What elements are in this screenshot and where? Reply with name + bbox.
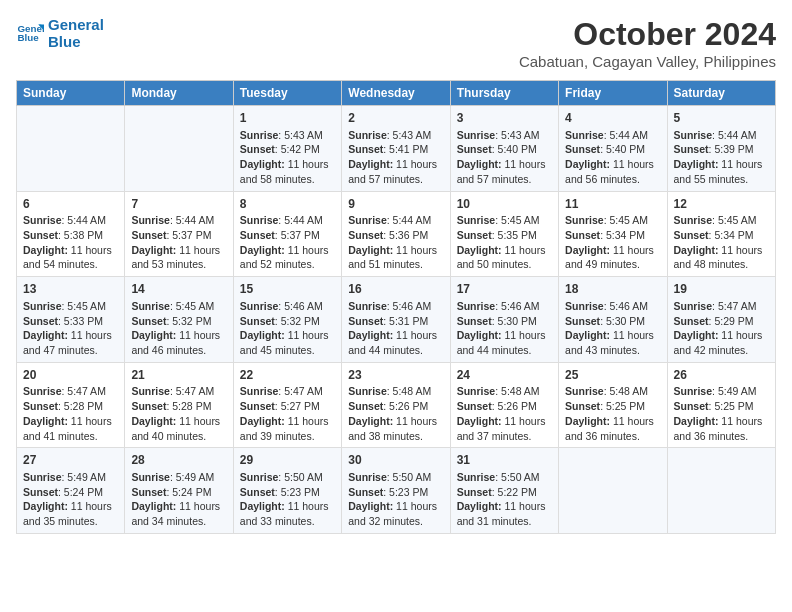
cell-daylight: Daylight: 11 hours and 57 minutes. [457, 158, 546, 185]
logo: General Blue General Blue [16, 16, 104, 51]
cell-daylight: Daylight: 11 hours and 46 minutes. [131, 329, 220, 356]
cell-info: Sunset: 5:30 PM [565, 315, 645, 327]
cell-daylight: Daylight: 11 hours and 33 minutes. [240, 500, 329, 527]
calendar-cell: 30Sunrise: 5:50 AMSunset: 5:23 PMDayligh… [342, 448, 450, 534]
cell-daylight: Daylight: 11 hours and 31 minutes. [457, 500, 546, 527]
cell-info: Sunrise: 5:44 AM [240, 214, 323, 226]
calendar-week-row: 27Sunrise: 5:49 AMSunset: 5:24 PMDayligh… [17, 448, 776, 534]
cell-info: Sunrise: 5:43 AM [348, 129, 431, 141]
day-number: 31 [457, 452, 552, 469]
cell-info: Sunrise: 5:43 AM [457, 129, 540, 141]
cell-daylight: Daylight: 11 hours and 43 minutes. [565, 329, 654, 356]
cell-info: Sunrise: 5:44 AM [23, 214, 106, 226]
cell-info: Sunrise: 5:47 AM [23, 385, 106, 397]
cell-info: Sunrise: 5:46 AM [348, 300, 431, 312]
cell-daylight: Daylight: 11 hours and 40 minutes. [131, 415, 220, 442]
calendar-cell [125, 106, 233, 192]
cell-info: Sunset: 5:35 PM [457, 229, 537, 241]
calendar-cell: 15Sunrise: 5:46 AMSunset: 5:32 PMDayligh… [233, 277, 341, 363]
cell-info: Sunset: 5:32 PM [131, 315, 211, 327]
cell-info: Sunset: 5:25 PM [674, 400, 754, 412]
cell-info: Sunrise: 5:48 AM [348, 385, 431, 397]
cell-info: Sunrise: 5:49 AM [674, 385, 757, 397]
cell-info: Sunset: 5:41 PM [348, 143, 428, 155]
cell-info: Sunset: 5:40 PM [565, 143, 645, 155]
day-number: 30 [348, 452, 443, 469]
calendar-week-row: 1Sunrise: 5:43 AMSunset: 5:42 PMDaylight… [17, 106, 776, 192]
day-number: 25 [565, 367, 660, 384]
day-number: 12 [674, 196, 769, 213]
cell-info: Sunset: 5:28 PM [131, 400, 211, 412]
calendar-cell: 1Sunrise: 5:43 AMSunset: 5:42 PMDaylight… [233, 106, 341, 192]
cell-info: Sunset: 5:37 PM [131, 229, 211, 241]
weekday-header-tuesday: Tuesday [233, 81, 341, 106]
cell-info: Sunset: 5:34 PM [565, 229, 645, 241]
cell-info: Sunrise: 5:46 AM [240, 300, 323, 312]
calendar-cell: 11Sunrise: 5:45 AMSunset: 5:34 PMDayligh… [559, 191, 667, 277]
calendar-cell: 3Sunrise: 5:43 AMSunset: 5:40 PMDaylight… [450, 106, 558, 192]
cell-daylight: Daylight: 11 hours and 39 minutes. [240, 415, 329, 442]
calendar-cell: 29Sunrise: 5:50 AMSunset: 5:23 PMDayligh… [233, 448, 341, 534]
cell-info: Sunrise: 5:46 AM [457, 300, 540, 312]
cell-daylight: Daylight: 11 hours and 56 minutes. [565, 158, 654, 185]
cell-info: Sunrise: 5:44 AM [131, 214, 214, 226]
cell-daylight: Daylight: 11 hours and 57 minutes. [348, 158, 437, 185]
cell-daylight: Daylight: 11 hours and 42 minutes. [674, 329, 763, 356]
day-number: 2 [348, 110, 443, 127]
cell-info: Sunrise: 5:44 AM [348, 214, 431, 226]
cell-daylight: Daylight: 11 hours and 49 minutes. [565, 244, 654, 271]
calendar-cell: 26Sunrise: 5:49 AMSunset: 5:25 PMDayligh… [667, 362, 775, 448]
cell-info: Sunrise: 5:45 AM [23, 300, 106, 312]
calendar-cell: 31Sunrise: 5:50 AMSunset: 5:22 PMDayligh… [450, 448, 558, 534]
calendar-cell: 17Sunrise: 5:46 AMSunset: 5:30 PMDayligh… [450, 277, 558, 363]
calendar-cell: 27Sunrise: 5:49 AMSunset: 5:24 PMDayligh… [17, 448, 125, 534]
cell-info: Sunrise: 5:46 AM [565, 300, 648, 312]
weekday-header-row: SundayMondayTuesdayWednesdayThursdayFrid… [17, 81, 776, 106]
day-number: 8 [240, 196, 335, 213]
logo-line1: General [48, 16, 104, 33]
cell-info: Sunset: 5:32 PM [240, 315, 320, 327]
calendar-cell [559, 448, 667, 534]
cell-info: Sunrise: 5:45 AM [674, 214, 757, 226]
calendar-cell: 10Sunrise: 5:45 AMSunset: 5:35 PMDayligh… [450, 191, 558, 277]
calendar-cell: 24Sunrise: 5:48 AMSunset: 5:26 PMDayligh… [450, 362, 558, 448]
day-number: 5 [674, 110, 769, 127]
cell-daylight: Daylight: 11 hours and 54 minutes. [23, 244, 112, 271]
calendar-cell: 7Sunrise: 5:44 AMSunset: 5:37 PMDaylight… [125, 191, 233, 277]
cell-info: Sunset: 5:27 PM [240, 400, 320, 412]
cell-info: Sunrise: 5:45 AM [457, 214, 540, 226]
cell-daylight: Daylight: 11 hours and 47 minutes. [23, 329, 112, 356]
cell-daylight: Daylight: 11 hours and 32 minutes. [348, 500, 437, 527]
month-year-title: October 2024 [519, 16, 776, 53]
weekday-header-sunday: Sunday [17, 81, 125, 106]
cell-daylight: Daylight: 11 hours and 36 minutes. [565, 415, 654, 442]
cell-info: Sunrise: 5:43 AM [240, 129, 323, 141]
calendar-cell [17, 106, 125, 192]
cell-info: Sunset: 5:25 PM [565, 400, 645, 412]
cell-info: Sunset: 5:24 PM [131, 486, 211, 498]
day-number: 4 [565, 110, 660, 127]
cell-daylight: Daylight: 11 hours and 44 minutes. [457, 329, 546, 356]
cell-daylight: Daylight: 11 hours and 35 minutes. [23, 500, 112, 527]
cell-daylight: Daylight: 11 hours and 38 minutes. [348, 415, 437, 442]
cell-info: Sunset: 5:34 PM [674, 229, 754, 241]
day-number: 21 [131, 367, 226, 384]
calendar-cell: 13Sunrise: 5:45 AMSunset: 5:33 PMDayligh… [17, 277, 125, 363]
calendar-cell: 16Sunrise: 5:46 AMSunset: 5:31 PMDayligh… [342, 277, 450, 363]
day-number: 19 [674, 281, 769, 298]
calendar-cell: 20Sunrise: 5:47 AMSunset: 5:28 PMDayligh… [17, 362, 125, 448]
day-number: 24 [457, 367, 552, 384]
day-number: 28 [131, 452, 226, 469]
logo-icon: General Blue [16, 19, 44, 47]
calendar-table: SundayMondayTuesdayWednesdayThursdayFrid… [16, 80, 776, 534]
cell-daylight: Daylight: 11 hours and 55 minutes. [674, 158, 763, 185]
calendar-cell: 23Sunrise: 5:48 AMSunset: 5:26 PMDayligh… [342, 362, 450, 448]
weekday-header-wednesday: Wednesday [342, 81, 450, 106]
cell-info: Sunrise: 5:45 AM [565, 214, 648, 226]
cell-info: Sunrise: 5:50 AM [457, 471, 540, 483]
cell-info: Sunset: 5:38 PM [23, 229, 103, 241]
cell-daylight: Daylight: 11 hours and 53 minutes. [131, 244, 220, 271]
cell-info: Sunset: 5:33 PM [23, 315, 103, 327]
cell-daylight: Daylight: 11 hours and 51 minutes. [348, 244, 437, 271]
cell-info: Sunset: 5:37 PM [240, 229, 320, 241]
